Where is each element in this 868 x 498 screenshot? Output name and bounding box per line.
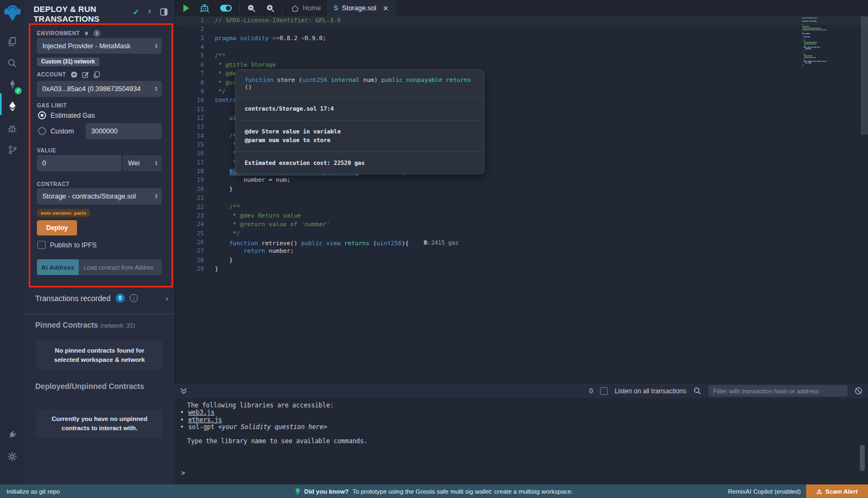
- publish-ipfs-label: Publish to IPFS: [50, 241, 97, 249]
- run-script-button[interactable]: [175, 0, 194, 16]
- ai-copilot-button[interactable]: [194, 0, 215, 16]
- deploy-button[interactable]: Deploy: [37, 220, 77, 235]
- zoom-out-button[interactable]: [242, 0, 261, 16]
- toggle-on-icon: [220, 4, 232, 12]
- terminal-search-icon[interactable]: [693, 387, 701, 395]
- at-address-input[interactable]: [79, 259, 162, 275]
- pending-tx-count: 0: [589, 387, 593, 395]
- home-icon: [291, 5, 299, 12]
- value-unit-select[interactable]: Wei ▲▼: [123, 155, 162, 171]
- sidebar-item-plugin-manager[interactable]: [0, 424, 24, 445]
- editor-scrollbar[interactable]: [861, 16, 868, 135]
- transactions-recorded-row[interactable]: Transactions recorded 0 i ›: [35, 293, 168, 303]
- evm-version-badge: evm version: paris: [37, 209, 90, 217]
- scam-alert-button[interactable]: ⚠ Scam Alert: [806, 484, 868, 498]
- terminal-scrollbar[interactable]: [860, 445, 865, 471]
- terminal-link[interactable]: web3.js: [188, 408, 214, 416]
- minimap[interactable]: [802, 17, 845, 67]
- sidebar-item-solidity-compiler[interactable]: ✓: [0, 74, 24, 95]
- code-line: 20 }: [175, 185, 868, 194]
- clear-console-icon[interactable]: [854, 387, 863, 395]
- environment-label: ENVIRONMENT: [37, 30, 80, 36]
- transactions-info-icon[interactable]: i: [130, 294, 138, 302]
- tab-home[interactable]: Home: [285, 0, 327, 16]
- remix-ide: ✓: [0, 0, 868, 498]
- custom-gas-text: Custom: [50, 127, 74, 135]
- code-editor[interactable]: 1// SPDX-License-Identifier: GPL-3.023pr…: [175, 16, 868, 383]
- copy-address-icon[interactable]: [93, 71, 100, 78]
- expand-terminal-icon[interactable]: [180, 388, 187, 394]
- gas-estimate-annotation: 2415 gas: [424, 238, 459, 247]
- custom-gas-radio[interactable]: [38, 127, 46, 135]
- copilot-toggle[interactable]: [215, 0, 237, 16]
- at-address-label: At Address: [41, 264, 74, 271]
- code-line: 19 number = num;: [175, 176, 868, 184]
- estimated-gas-radio[interactable]: [38, 111, 46, 119]
- files-icon: [7, 36, 17, 47]
- copilot-status[interactable]: RemixAI Copilot (enabled): [728, 488, 801, 495]
- sidebar-item-settings[interactable]: [0, 445, 24, 467]
- close-tab-icon[interactable]: ✕: [383, 4, 389, 12]
- terminal-line: Type the library name to see available c…: [175, 438, 868, 445]
- sidebar-item-deploy-run[interactable]: [0, 95, 24, 117]
- terminal-line: [175, 431, 868, 438]
- at-address-button[interactable]: At Address: [37, 259, 79, 275]
- value-amount: 0: [42, 159, 46, 167]
- search-icon: [7, 58, 17, 68]
- terminal-line: The following libraries are accessible:: [175, 402, 868, 409]
- code-line: 1// SPDX-License-Identifier: GPL-3.0: [175, 16, 868, 25]
- panel-divider: [24, 314, 175, 314]
- terminal[interactable]: The following libraries are accessible:•…: [175, 398, 868, 484]
- contract-select[interactable]: Storage - contracts/Storage.sol ▲▼: [37, 188, 162, 205]
- tip-text: To prototype using the Gnosis safe multi…: [353, 488, 573, 495]
- editor-tabbar: Home S Storage.sol ✕: [175, 0, 868, 16]
- publish-ipfs-option[interactable]: Publish to IPFS: [37, 241, 97, 249]
- code-line: 21: [175, 194, 868, 202]
- estimated-gas-option[interactable]: Estimated Gas: [38, 111, 95, 119]
- custom-gas-value: 3000000: [91, 127, 118, 135]
- terminal-toolbar: 0 Listen on all transactions: [175, 383, 868, 398]
- terminal-prompt[interactable]: >: [181, 469, 185, 477]
- terminal-output: The following libraries are accessible:•…: [175, 402, 868, 445]
- deploy-button-label: Deploy: [46, 224, 68, 232]
- terminal-link[interactable]: ethers.js: [188, 416, 222, 424]
- sidebar-item-search[interactable]: [0, 52, 24, 74]
- tooltip-doc-line2: @param num value to store: [245, 136, 475, 145]
- sidebar-item-git[interactable]: [0, 139, 24, 161]
- icon-rail: ✓: [0, 0, 24, 484]
- tab-storage-label: Storage.sol: [342, 4, 376, 12]
- plug-small-icon[interactable]: [84, 30, 90, 37]
- sidebar-item-file-explorer[interactable]: [0, 30, 24, 52]
- zoom-in-button[interactable]: [261, 0, 280, 16]
- remix-logo[interactable]: [0, 0, 24, 26]
- tab-storage-sol[interactable]: S Storage.sol ✕: [327, 0, 395, 16]
- panel-chevron-icon[interactable]: ›: [148, 6, 151, 16]
- listen-transactions-label: Listen on all transactions: [615, 387, 686, 395]
- listen-transactions-checkbox[interactable]: [600, 387, 608, 395]
- transactions-expand-icon[interactable]: ›: [165, 293, 168, 303]
- terminal-line: •web3.js: [175, 409, 868, 416]
- transactions-recorded-label: Transactions recorded: [35, 294, 111, 303]
- environment-info-icon[interactable]: i: [93, 30, 100, 37]
- transactions-count-badge: 0: [116, 293, 125, 303]
- sign-message-icon[interactable]: [82, 71, 89, 78]
- add-account-icon[interactable]: [71, 71, 78, 78]
- account-select[interactable]: 0xA03...85ac4 (0.398673504934 ▲▼: [37, 81, 162, 97]
- gas-limit-label: GAS LIMIT: [37, 103, 67, 108]
- sidebar-item-debugger[interactable]: [0, 117, 24, 139]
- value-input[interactable]: 0: [37, 155, 122, 171]
- git-init-status[interactable]: Initialize as git repo: [7, 488, 60, 495]
- pinned-contracts-title: Pinned Contracts (network: 31): [35, 321, 135, 329]
- environment-value: Injected Provider - MetaMask: [42, 42, 131, 50]
- did-you-know-tip: Did you know? To prototype using the Gno…: [295, 488, 573, 495]
- bug-icon: [7, 123, 17, 133]
- code-line: 2: [175, 25, 868, 34]
- publish-ipfs-checkbox[interactable]: [37, 241, 46, 249]
- environment-select[interactable]: Injected Provider - MetaMask ▲▼: [37, 38, 162, 54]
- custom-gas-option[interactable]: Custom: [38, 127, 74, 135]
- transaction-filter-input[interactable]: [709, 385, 847, 397]
- custom-gas-input[interactable]: 3000000: [86, 123, 162, 139]
- panel-pin-icon[interactable]: [160, 8, 168, 16]
- code-line: 23 * @dev Return value: [175, 212, 868, 220]
- code-line: 24 * @return value of 'number': [175, 220, 868, 229]
